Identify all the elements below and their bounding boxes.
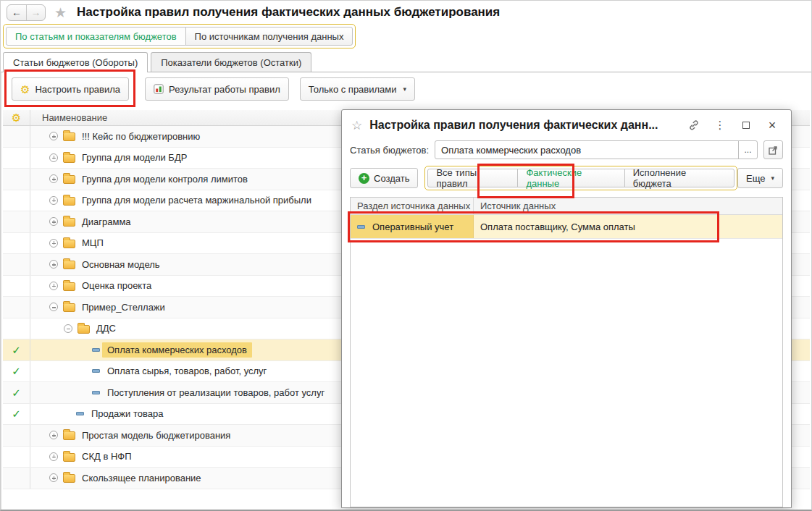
folder-icon [63, 197, 75, 206]
expand-icon[interactable] [49, 260, 58, 269]
only-with-rules-label: Только с правилами [309, 84, 397, 95]
filter-fact-data-button[interactable]: Фактические данные [517, 169, 624, 187]
back-button[interactable]: ← [7, 5, 26, 20]
rule-mark-cell [3, 276, 30, 297]
configure-rules-label: Настроить правила [35, 84, 120, 95]
rule-mark-cell [3, 447, 30, 468]
rule-type-filter-group: Все типы правил Фактические данные Испол… [424, 166, 737, 190]
rules-table: Раздел источника данных Источник данных … [350, 197, 783, 507]
switch-by-sources-button[interactable]: По источникам получения данных [185, 27, 353, 46]
leaf-item-icon [92, 391, 100, 394]
switch-by-articles-button[interactable]: По статьям и показателям бюджетов [6, 27, 186, 46]
tree-item-label: Скользящее планирование [82, 473, 201, 483]
tree-item-label: Группа для модели контроля лимитов [82, 174, 248, 185]
folder-icon [63, 154, 75, 163]
budget-article-input[interactable]: Оплата коммерческих расходов ... [435, 140, 758, 159]
tab-budget-articles[interactable]: Статьи бюджетов (Обороты) [3, 52, 148, 72]
leaf-item-icon [92, 348, 100, 352]
dialog-title: Настройка правил получения фактических д… [369, 119, 677, 132]
tree-item-label: Поступления от реализации товаров, работ… [107, 387, 325, 398]
plus-icon: + [359, 173, 369, 184]
create-label: Создать [374, 173, 409, 184]
rule-mark-cell: ✓ [3, 404, 30, 425]
rules-result-label: Результат работы правил [169, 84, 280, 95]
nav-history-group: ← → [7, 4, 46, 21]
rule-mark-cell [3, 254, 30, 275]
expand-icon[interactable] [49, 153, 58, 162]
source-cell: Оплата поставщику, Сумма оплаты [474, 221, 782, 232]
rules-table-empty-area [351, 239, 782, 507]
folder-icon [63, 453, 75, 462]
forward-arrow-icon: → [31, 7, 41, 18]
tree-toolbar: ⚙ Настроить правила Результат работы пра… [12, 77, 415, 101]
configure-rules-button[interactable]: ⚙ Настроить правила [12, 77, 129, 101]
choose-value-button[interactable]: ... [738, 141, 757, 159]
favorite-star-icon[interactable]: ★ [54, 6, 67, 20]
expand-icon[interactable] [49, 132, 58, 140]
tree-item-label: Основная модель [82, 259, 160, 270]
check-icon: ✓ [12, 408, 21, 419]
check-icon: ✓ [12, 387, 21, 398]
column-header-section[interactable]: Раздел источника данных [351, 198, 474, 214]
chevron-down-icon: ▾ [771, 174, 774, 182]
rule-mark-cell: ✓ [3, 361, 30, 382]
tree-item-label: ДДС [96, 323, 116, 334]
rules-column-header: ⚙ [3, 110, 30, 125]
collapse-icon[interactable] [49, 303, 58, 311]
rules-table-row-selected[interactable]: Оперативный учет Оплата поставщику, Сумм… [351, 215, 782, 239]
forward-button[interactable]: → [26, 5, 45, 20]
open-value-button[interactable] [763, 140, 783, 159]
check-icon: ✓ [12, 345, 21, 355]
more-menu-icon[interactable]: ⋮ [711, 119, 729, 132]
more-button[interactable]: Еще ▾ [737, 168, 783, 188]
report-icon [154, 84, 164, 94]
column-header-source[interactable]: Источник данных [474, 200, 782, 211]
rule-mark-cell [3, 190, 30, 211]
rule-mark-cell [3, 233, 30, 254]
rule-mark-cell [3, 318, 30, 339]
view-switch-row: По статьям и показателям бюджетов По ист… [3, 24, 356, 48]
folder-icon [63, 282, 75, 291]
tree-item-label: Группа для модели БДР [82, 152, 187, 163]
tree-item-label: МЦП [82, 237, 104, 248]
expand-icon[interactable] [49, 473, 58, 482]
view-switch-group: По статьям и показателям бюджетов По ист… [3, 24, 356, 48]
expand-icon[interactable] [49, 431, 58, 439]
budget-article-value: Оплата коммерческих расходов [435, 145, 738, 156]
check-icon: ✓ [12, 366, 21, 376]
tree-item-label: Продажи товара [91, 408, 163, 419]
dialog-toolbar: + Создать Все типы правил Фактические да… [342, 166, 791, 190]
favorite-star-outline-icon[interactable]: ☆ [351, 119, 362, 132]
expand-icon[interactable] [49, 174, 58, 183]
folder-icon [63, 175, 75, 184]
rules-result-button[interactable]: Результат работы правил [145, 77, 289, 101]
filter-all-types-button[interactable]: Все типы правил [427, 169, 518, 187]
expand-icon[interactable] [49, 196, 58, 205]
dialog-titlebar: ☆ Настройка правил получения фактических… [342, 110, 791, 140]
tree-item-label: Пример_Стеллажи [82, 302, 165, 313]
maximize-icon[interactable] [737, 122, 756, 129]
expand-icon[interactable] [49, 452, 58, 461]
close-icon[interactable]: × [763, 118, 782, 133]
app-window: ← → ★ Настройка правил получения фактиче… [0, 0, 812, 511]
back-arrow-icon: ← [12, 7, 22, 18]
tree-item-label: !!! Кейс по бюджетировнию [82, 131, 200, 142]
expand-icon[interactable] [49, 282, 58, 290]
expand-icon[interactable] [49, 239, 58, 248]
expand-icon[interactable] [49, 217, 58, 226]
maximize-box [742, 122, 750, 129]
folder-icon [63, 132, 75, 141]
create-button[interactable]: + Создать [350, 168, 418, 188]
tree-item-label: Группа для модели расчета маржинальной п… [82, 195, 311, 206]
folder-icon [63, 240, 75, 248]
folder-icon [63, 431, 75, 440]
rule-mark-cell [3, 126, 30, 147]
budget-article-label: Статья бюджетов: [350, 145, 429, 156]
only-with-rules-dropdown[interactable]: Только с правилами ▾ [300, 77, 415, 101]
rule-mark-cell [3, 425, 30, 446]
get-link-icon[interactable] [685, 119, 703, 131]
filter-budget-execution-button[interactable]: Исполнение бюджета [624, 169, 734, 187]
rule-mark-cell [3, 468, 30, 489]
collapse-icon[interactable] [64, 324, 72, 333]
tab-budget-indicators[interactable]: Показатели бюджетов (Остатки) [151, 52, 311, 72]
